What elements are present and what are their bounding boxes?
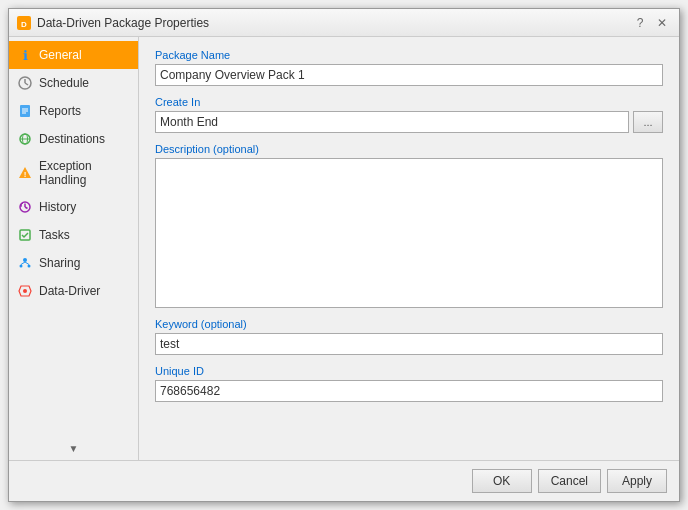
general-icon: ℹ [17, 47, 33, 63]
browse-button[interactable]: ... [633, 111, 663, 133]
sidebar-item-sharing[interactable]: Sharing [9, 249, 138, 277]
description-label: Description (optional) [155, 143, 663, 155]
package-name-label: Package Name [155, 49, 663, 61]
close-button[interactable]: ✕ [653, 14, 671, 32]
reports-icon [17, 103, 33, 119]
title-bar: D Data-Driven Package Properties ? ✕ [9, 9, 679, 37]
help-button[interactable]: ? [631, 14, 649, 32]
svg-point-22 [23, 289, 27, 293]
sidebar-item-general[interactable]: ℹ General [9, 41, 138, 69]
title-bar-right: ? ✕ [631, 14, 671, 32]
sidebar-item-datadriver[interactable]: Data-Driver [9, 277, 138, 305]
exception-icon: ! [17, 165, 33, 181]
sidebar-label-reports: Reports [39, 104, 81, 118]
unique-id-input[interactable] [155, 380, 663, 402]
keyword-label: Keyword (optional) [155, 318, 663, 330]
create-in-group: Create In ... [155, 96, 663, 133]
svg-text:!: ! [24, 170, 27, 179]
keyword-input[interactable] [155, 333, 663, 355]
sharing-icon [17, 255, 33, 271]
main-content: Package Name Create In ... Description (… [139, 37, 679, 460]
ok-button[interactable]: OK [472, 469, 532, 493]
svg-point-18 [28, 265, 31, 268]
dialog-body: ℹ General Schedule [9, 37, 679, 460]
sidebar-label-history: History [39, 200, 76, 214]
sidebar-label-general: General [39, 48, 82, 62]
create-in-label: Create In [155, 96, 663, 108]
unique-id-group: Unique ID [155, 365, 663, 402]
history-icon [17, 199, 33, 215]
sidebar-label-exception: Exception Handling [39, 159, 130, 187]
package-name-input[interactable] [155, 64, 663, 86]
sidebar-item-history[interactable]: History [9, 193, 138, 221]
title-bar-left: D Data-Driven Package Properties [17, 16, 209, 30]
sidebar-item-reports[interactable]: Reports [9, 97, 138, 125]
svg-point-16 [23, 258, 27, 262]
sidebar-scroll-down[interactable]: ▼ [9, 437, 138, 460]
dialog-title: Data-Driven Package Properties [37, 16, 209, 30]
apply-button[interactable]: Apply [607, 469, 667, 493]
svg-point-17 [20, 265, 23, 268]
cancel-button[interactable]: Cancel [538, 469, 601, 493]
dialog-footer: OK Cancel Apply [9, 460, 679, 501]
tasks-icon [17, 227, 33, 243]
create-in-input[interactable] [155, 111, 629, 133]
description-group: Description (optional) [155, 143, 663, 308]
title-icon: D [17, 16, 31, 30]
sidebar-item-tasks[interactable]: Tasks [9, 221, 138, 249]
svg-line-4 [25, 83, 28, 85]
sidebar-item-exception[interactable]: ! Exception Handling [9, 153, 138, 193]
svg-text:D: D [21, 19, 27, 28]
sidebar-item-schedule[interactable]: Schedule [9, 69, 138, 97]
sidebar-label-sharing: Sharing [39, 256, 80, 270]
svg-line-19 [21, 262, 25, 265]
keyword-group: Keyword (optional) [155, 318, 663, 355]
sidebar-item-destinations[interactable]: Destinations [9, 125, 138, 153]
svg-line-20 [25, 262, 29, 265]
unique-id-label: Unique ID [155, 365, 663, 377]
sidebar: ℹ General Schedule [9, 37, 139, 460]
arrow-down-icon: ▼ [69, 443, 79, 454]
dialog-container: D Data-Driven Package Properties ? ✕ ℹ G… [8, 8, 680, 502]
package-name-group: Package Name [155, 49, 663, 86]
create-in-row: ... [155, 111, 663, 133]
sidebar-label-destinations: Destinations [39, 132, 105, 146]
destinations-icon [17, 131, 33, 147]
sidebar-label-schedule: Schedule [39, 76, 89, 90]
datadriver-icon [17, 283, 33, 299]
sidebar-label-tasks: Tasks [39, 228, 70, 242]
schedule-icon [17, 75, 33, 91]
sidebar-label-datadriver: Data-Driver [39, 284, 100, 298]
description-textarea[interactable] [155, 158, 663, 308]
